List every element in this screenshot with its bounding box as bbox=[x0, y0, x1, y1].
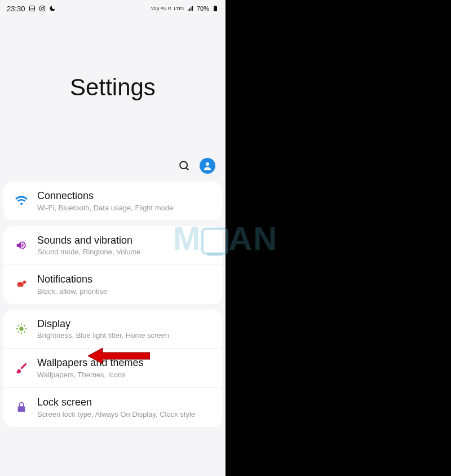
row-title: Lock screen bbox=[37, 396, 214, 409]
status-net: Vo)) 4G R bbox=[151, 6, 171, 11]
svg-line-18 bbox=[17, 332, 19, 333]
notify-icon bbox=[11, 278, 32, 290]
row-title: Connections bbox=[37, 190, 214, 202]
svg-rect-20 bbox=[18, 406, 25, 412]
signal-icon bbox=[187, 5, 194, 12]
account-avatar[interactable] bbox=[200, 158, 215, 174]
sun-icon bbox=[11, 323, 32, 335]
svg-point-3 bbox=[43, 7, 44, 7]
phone-settings-light: 23:30 Vo)) 4G R LTE1 70% Settings Connec… bbox=[0, 0, 226, 476]
settings-row-notifications[interactable]: NotificationsBlock, allow, prioritise bbox=[3, 265, 222, 304]
row-subtitle: Block, allow, prioritise bbox=[37, 287, 214, 296]
search-icon[interactable] bbox=[178, 160, 191, 172]
status-bar: 23:30 Vo)) 4G R LTE1 70% bbox=[0, 0, 226, 17]
lock-icon bbox=[11, 401, 32, 413]
row-title: Display bbox=[37, 318, 214, 330]
settings-row-display[interactable]: DisplayBrightness, Blue light filter, Ho… bbox=[3, 310, 222, 349]
svg-rect-5 bbox=[215, 6, 216, 6]
speaker-icon bbox=[11, 239, 32, 252]
row-subtitle: Brightness, Blue light filter, Home scre… bbox=[37, 331, 214, 340]
settings-card: ConnectionsWi-Fi, Bluetooth, Data usage,… bbox=[3, 182, 222, 221]
settings-card: Sounds and vibrationSound mode, Ringtone… bbox=[3, 226, 222, 304]
svg-line-17 bbox=[24, 332, 25, 333]
status-lte: LTE1 bbox=[174, 6, 184, 11]
settings-row-wallpapers-and-themes[interactable]: Wallpapers and themesWallpapers, Themes,… bbox=[3, 348, 222, 387]
page-title: Settings bbox=[70, 74, 156, 101]
row-title: Wallpapers and themes bbox=[37, 357, 214, 369]
svg-rect-9 bbox=[17, 283, 24, 287]
svg-point-2 bbox=[41, 7, 43, 10]
svg-line-16 bbox=[17, 325, 19, 327]
svg-point-8 bbox=[206, 162, 209, 166]
svg-rect-0 bbox=[29, 6, 34, 11]
svg-line-19 bbox=[24, 325, 25, 327]
row-subtitle: Sound mode, Ringtone, Volume bbox=[37, 248, 214, 256]
row-subtitle: Wallpapers, Themes, Icons bbox=[37, 371, 214, 379]
brush-icon bbox=[11, 362, 32, 374]
row-subtitle: Screen lock type, Always On Display, Clo… bbox=[37, 410, 214, 418]
settings-row-lock-screen[interactable]: Lock screenScreen lock type, Always On D… bbox=[3, 387, 222, 427]
settings-card: DisplayBrightness, Blue light filter, Ho… bbox=[3, 310, 222, 427]
settings-row-connections[interactable]: ConnectionsWi-Fi, Bluetooth, Data usage,… bbox=[3, 182, 222, 221]
status-time: 23:30 bbox=[7, 5, 25, 13]
wifi-icon bbox=[11, 195, 32, 207]
settings-header: Settings bbox=[0, 17, 226, 158]
svg-line-7 bbox=[186, 168, 188, 170]
row-subtitle: Wi-Fi, Bluetooth, Data usage, Flight mod… bbox=[37, 204, 214, 212]
svg-point-10 bbox=[23, 281, 26, 284]
svg-point-11 bbox=[19, 327, 23, 330]
moon-icon bbox=[49, 5, 56, 12]
image-icon bbox=[29, 5, 36, 12]
svg-rect-4 bbox=[214, 6, 217, 11]
svg-point-6 bbox=[180, 161, 187, 169]
battery-icon bbox=[212, 5, 219, 12]
instagram-icon bbox=[39, 5, 46, 12]
row-title: Notifications bbox=[37, 274, 214, 286]
row-title: Sounds and vibration bbox=[37, 235, 214, 247]
status-battery-pct: 70% bbox=[197, 5, 209, 12]
settings-row-sounds-and-vibration[interactable]: Sounds and vibrationSound mode, Ringtone… bbox=[3, 226, 222, 265]
